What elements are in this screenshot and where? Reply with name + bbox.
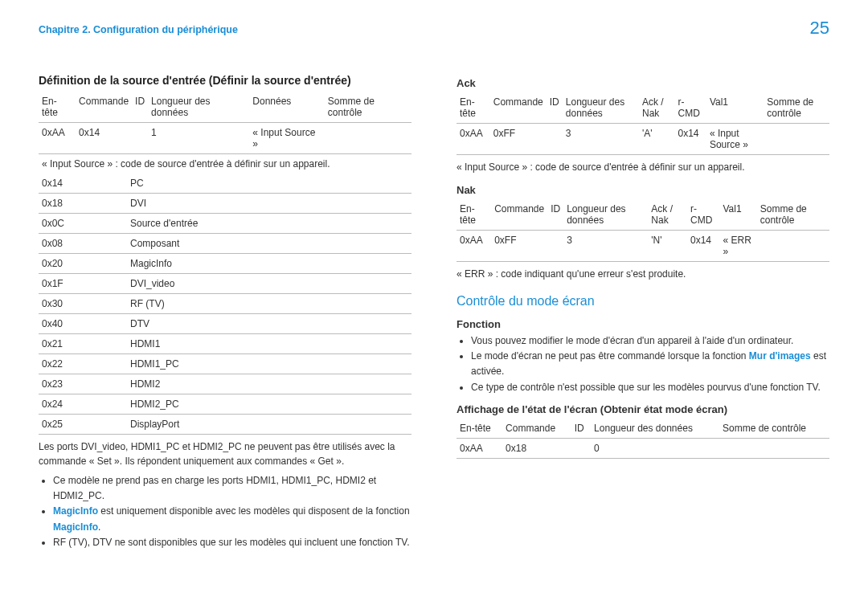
- bullet: Ce type de contrôle n'est possible que s…: [471, 380, 829, 395]
- nak-note: « ERR » : code indiquant qu'une erreur s…: [457, 267, 829, 281]
- th-donnees: Données: [249, 92, 325, 123]
- td: 0xAA: [39, 123, 76, 154]
- th-somme: Somme de contrôle: [325, 92, 411, 123]
- th-id: ID: [132, 92, 148, 123]
- bullet: Vous pouvez modifier le mode d'écran d'u…: [471, 333, 829, 349]
- td-code: 0x22: [39, 354, 127, 374]
- td-code: 0x21: [39, 334, 127, 354]
- bullet: Ce modèle ne prend pas en charge les por…: [53, 473, 411, 504]
- td: ID: [547, 199, 563, 231]
- td: 0x14: [687, 231, 719, 262]
- td: [547, 231, 563, 262]
- td-label: HDMI2: [127, 374, 411, 394]
- ack-table: En-têteCommandeIDLongueur des donnéesAck…: [457, 92, 829, 155]
- td: 0xFF: [491, 231, 547, 262]
- th-commande: Commande: [76, 92, 132, 123]
- bullet: RF (TV), DTV ne sont disponibles que sur…: [53, 535, 411, 550]
- th-longueur: Longueur des données: [148, 92, 249, 123]
- td: 1: [148, 123, 249, 154]
- td: r-CMD: [675, 92, 706, 124]
- td-label: DVI: [127, 194, 411, 214]
- td: [764, 124, 829, 155]
- td: ID: [547, 92, 563, 124]
- left-column: Définition de la source d'entrée (Défini…: [39, 67, 411, 554]
- td: En-tête: [457, 199, 491, 231]
- magicinfo-link[interactable]: MagicInfo: [53, 505, 98, 517]
- page-number: 25: [810, 18, 829, 39]
- fonction-bullets: Vous pouvez modifier le mode d'écran d'u…: [457, 333, 829, 395]
- td: 0xAA: [457, 124, 490, 155]
- ack-note: « Input Source » : code de source d'entr…: [457, 160, 829, 174]
- td-code: 0x23: [39, 374, 127, 394]
- section-mode-ecran: Contrôle du mode écran: [457, 294, 829, 309]
- nak-table: En-têteCommandeIDLongueur des donnéesAck…: [457, 199, 829, 262]
- note-input-source: « Input Source » : code de source d'entr…: [39, 154, 411, 174]
- td: 0xFF: [490, 124, 547, 155]
- td: 0xAA: [457, 438, 502, 458]
- td: 'A': [639, 124, 675, 155]
- td: Val1: [719, 199, 756, 231]
- mur-images-link[interactable]: Mur d'images: [749, 350, 811, 362]
- td: Somme de contrôle: [764, 92, 829, 124]
- chapter-title: Chapitre 2. Configuration du périphériqu…: [39, 24, 829, 35]
- td: [571, 438, 591, 458]
- ack-heading: Ack: [457, 77, 829, 89]
- td-label: HDMI2_PC: [127, 394, 411, 415]
- td-label: HDMI1: [127, 334, 411, 354]
- td: Somme de contrôle: [757, 199, 829, 231]
- td: Somme de contrôle: [719, 419, 829, 439]
- left-bullets: Ce modèle ne prend pas en charge les por…: [39, 473, 411, 550]
- td: Val1: [706, 92, 764, 124]
- fonction-heading: Fonction: [457, 318, 829, 330]
- td: [719, 438, 829, 458]
- td: 0x14: [675, 124, 706, 155]
- td-code: 0x08: [39, 234, 127, 254]
- td: Ack / Nak: [648, 199, 687, 231]
- td-code: 0x0C: [39, 214, 127, 234]
- td-label: DVI_video: [127, 274, 411, 294]
- td: [547, 124, 563, 155]
- td-code: 0x18: [39, 194, 127, 214]
- td: En-tête: [457, 92, 490, 124]
- td: « Input Source »: [706, 124, 764, 155]
- aff-heading: Affichage de l'état de l'écran (Obtenir …: [457, 403, 829, 415]
- td-label: RF (TV): [127, 294, 411, 314]
- td: 'N': [648, 231, 687, 262]
- td: Longueur des données: [563, 92, 639, 124]
- td: Commande: [491, 199, 547, 231]
- td-label: DisplayPort: [127, 415, 411, 435]
- note-set-get: Les ports DVI_video, HDMI1_PC et HDMI2_P…: [39, 439, 411, 468]
- magicinfo-link[interactable]: MagicInfo: [53, 521, 98, 533]
- set-input-table: En-tête Commande ID Longueur des données…: [39, 92, 411, 174]
- td: Longueur des données: [591, 419, 719, 439]
- td-code: 0x24: [39, 394, 127, 415]
- td-label: Composant: [127, 234, 411, 254]
- td-code: 0x14: [39, 174, 127, 194]
- th-entete: En-tête: [39, 92, 76, 123]
- td: 3: [563, 124, 639, 155]
- td: r-CMD: [687, 199, 719, 231]
- td-label: MagicInfo: [127, 254, 411, 274]
- td-code: 0x40: [39, 314, 127, 334]
- td: [325, 123, 411, 154]
- td: Commande: [502, 419, 571, 439]
- td: [757, 231, 829, 262]
- td: Longueur des données: [563, 199, 648, 231]
- td: 0xAA: [457, 231, 491, 262]
- left-heading: Définition de la source d'entrée (Défini…: [39, 74, 411, 87]
- right-column: Ack En-têteCommandeIDLongueur des donnée…: [457, 67, 829, 554]
- td: 0: [591, 438, 719, 458]
- td: Commande: [490, 92, 547, 124]
- td-label: Source d'entrée: [127, 214, 411, 234]
- sources-table: 0x14PC0x18DVI0x0CSource d'entrée0x08Comp…: [39, 174, 411, 435]
- td-label: PC: [127, 174, 411, 194]
- td: [132, 123, 148, 154]
- td-code: 0x25: [39, 415, 127, 435]
- td: 0x14: [76, 123, 132, 154]
- td: « ERR »: [719, 231, 756, 262]
- aff-table: En-têteCommandeIDLongueur des donnéesSom…: [457, 419, 829, 459]
- td: « Input Source »: [249, 123, 325, 154]
- nak-heading: Nak: [457, 184, 829, 196]
- bullet: MagicInfo est uniquement disponible avec…: [53, 504, 411, 534]
- td-label: DTV: [127, 314, 411, 334]
